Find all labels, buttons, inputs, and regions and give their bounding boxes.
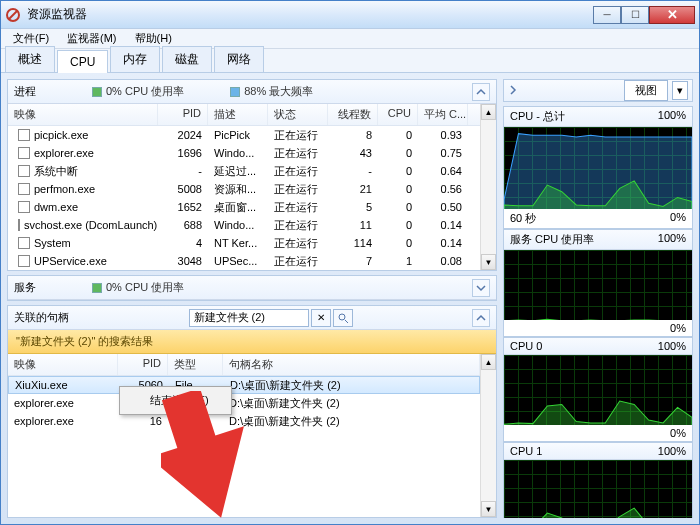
- process-checkbox[interactable]: [18, 147, 30, 159]
- process-checkbox[interactable]: [18, 183, 30, 195]
- graph-title: CPU - 总计: [510, 109, 565, 124]
- tabstrip: 概述 CPU 内存 磁盘 网络: [1, 49, 699, 73]
- tab-memory[interactable]: 内存: [110, 46, 160, 72]
- hcol-type[interactable]: 类型: [168, 354, 223, 375]
- process-row[interactable]: System4NT Ker...正在运行11400.14: [8, 234, 480, 252]
- menubar: 文件(F) 监视器(M) 帮助(H): [1, 29, 699, 49]
- handle-row[interactable]: XiuXiu.exe5060FileD:\桌面\新建文件夹 (2): [8, 376, 480, 394]
- right-collapse-icon[interactable]: [508, 85, 518, 97]
- hcol-name[interactable]: 句柄名称: [223, 354, 480, 375]
- search-clear-button[interactable]: ✕: [311, 309, 331, 327]
- graph-footer-right: 0%: [670, 427, 686, 439]
- handle-row[interactable]: explorer.exe16FileD:\桌面\新建文件夹 (2): [8, 394, 480, 412]
- scroll-down-icon[interactable]: ▼: [481, 501, 496, 517]
- max-freq-swatch: [230, 87, 240, 97]
- tab-overview[interactable]: 概述: [5, 46, 55, 72]
- process-checkbox[interactable]: [18, 201, 30, 213]
- resource-monitor-window: 资源监视器 ─ ☐ ✕ 文件(F) 监视器(M) 帮助(H) 概述 CPU 内存…: [0, 0, 700, 525]
- process-checkbox[interactable]: [18, 165, 30, 177]
- search-icon: [337, 312, 349, 324]
- handles-header[interactable]: 关联的句柄 ✕: [8, 306, 496, 330]
- context-menu: 结束进程(E): [119, 386, 232, 415]
- process-row[interactable]: svchost.exe (DcomLaunch)688Windo...正在运行1…: [8, 216, 480, 234]
- process-checkbox[interactable]: [18, 129, 30, 141]
- view-dropdown-button[interactable]: ▾: [672, 81, 688, 100]
- process-row[interactable]: perfmon.exe5008资源和...正在运行2100.56: [8, 180, 480, 198]
- graph-footer-right: 0%: [670, 322, 686, 334]
- svg-line-3: [345, 320, 348, 323]
- processes-header[interactable]: 进程 0% CPU 使用率 88% 最大频率: [8, 80, 496, 104]
- processes-grid[interactable]: picpick.exe2024PicPick正在运行800.93explorer…: [8, 126, 480, 270]
- cpu-usage-label: 0% CPU 使用率: [106, 84, 184, 99]
- col-pid[interactable]: PID: [158, 104, 208, 125]
- scroll-up-icon[interactable]: ▲: [481, 354, 496, 370]
- services-panel: 服务 0% CPU 使用率: [7, 275, 497, 301]
- col-status[interactable]: 状态: [268, 104, 328, 125]
- col-cpu[interactable]: CPU: [378, 104, 418, 125]
- search-result-banner: "新建文件夹 (2)" 的搜索结果: [8, 330, 496, 354]
- services-cpu-label: 0% CPU 使用率: [106, 280, 184, 295]
- expand-icon[interactable]: [472, 279, 490, 297]
- graph-0: CPU - 总计100%60 秒0%: [503, 106, 693, 229]
- services-cpu-swatch: [92, 283, 102, 293]
- handles-panel: 关联的句柄 ✕ "新建文件夹 (2)" 的搜索结果: [7, 305, 497, 518]
- collapse-icon[interactable]: [472, 83, 490, 101]
- processes-scrollbar[interactable]: ▲ ▼: [480, 104, 496, 270]
- handles-scrollbar[interactable]: ▲ ▼: [480, 354, 496, 517]
- svg-line-1: [9, 11, 17, 19]
- graph-3: CPU 1100%: [503, 442, 693, 518]
- maximize-button[interactable]: ☐: [621, 6, 649, 24]
- graph-pct: 100%: [658, 445, 686, 457]
- scroll-up-icon[interactable]: ▲: [481, 104, 496, 120]
- col-threads[interactable]: 线程数: [328, 104, 378, 125]
- services-header[interactable]: 服务 0% CPU 使用率: [8, 276, 496, 300]
- svg-point-2: [339, 314, 345, 320]
- graph-2: CPU 0100%0%: [503, 337, 693, 442]
- handles-title: 关联的句柄: [14, 310, 69, 325]
- processes-panel: 进程 0% CPU 使用率 88% 最大频率 映像 PID 描述: [7, 79, 497, 271]
- graph-1: 服务 CPU 使用率100%0%: [503, 229, 693, 337]
- processes-title: 进程: [14, 84, 36, 99]
- process-row[interactable]: dwm.exe1652桌面窗...正在运行500.50: [8, 198, 480, 216]
- process-row[interactable]: 系统中断-延迟过...正在运行-00.64: [8, 162, 480, 180]
- handle-row[interactable]: explorer.exe16FileD:\桌面\新建文件夹 (2): [8, 412, 480, 430]
- col-image[interactable]: 映像: [8, 104, 158, 125]
- max-freq-label: 88% 最大频率: [244, 84, 313, 99]
- right-header: 视图 ▾: [503, 79, 693, 102]
- col-avg[interactable]: 平均 C...: [418, 104, 468, 125]
- scroll-down-icon[interactable]: ▼: [481, 254, 496, 270]
- process-row[interactable]: picpick.exe2024PicPick正在运行800.93: [8, 126, 480, 144]
- processes-columns: 映像 PID 描述 状态 线程数 CPU 平均 C...: [8, 104, 480, 126]
- minimize-button[interactable]: ─: [593, 6, 621, 24]
- graph-title: 服务 CPU 使用率: [510, 232, 594, 247]
- process-checkbox[interactable]: [18, 255, 30, 267]
- handles-columns: 映像 PID 类型 句柄名称: [8, 354, 480, 376]
- graphs-container: CPU - 总计100%60 秒0%服务 CPU 使用率100%0%CPU 01…: [503, 106, 693, 518]
- close-button[interactable]: ✕: [649, 6, 695, 24]
- window-title: 资源监视器: [27, 6, 593, 23]
- graph-pct: 100%: [658, 109, 686, 124]
- graph-pct: 100%: [658, 232, 686, 247]
- graph-title: CPU 1: [510, 445, 542, 457]
- handles-grid[interactable]: XiuXiu.exe5060FileD:\桌面\新建文件夹 (2)explore…: [8, 376, 480, 517]
- titlebar[interactable]: 资源监视器 ─ ☐ ✕: [1, 1, 699, 29]
- process-checkbox[interactable]: [18, 237, 30, 249]
- tab-cpu[interactable]: CPU: [57, 50, 108, 73]
- search-go-button[interactable]: [333, 309, 353, 327]
- tab-disk[interactable]: 磁盘: [162, 46, 212, 72]
- handles-collapse-icon[interactable]: [472, 309, 490, 327]
- menu-end-process[interactable]: 结束进程(E): [122, 389, 229, 412]
- graph-title: CPU 0: [510, 340, 542, 352]
- handles-search-input[interactable]: [189, 309, 309, 327]
- services-title: 服务: [14, 280, 36, 295]
- process-row[interactable]: explorer.exe1696Windo...正在运行4300.75: [8, 144, 480, 162]
- process-checkbox[interactable]: [18, 219, 20, 231]
- app-icon: [5, 7, 21, 23]
- view-button[interactable]: 视图: [624, 80, 668, 101]
- process-row[interactable]: UPService.exe3048UPSec...正在运行710.08: [8, 252, 480, 270]
- tab-network[interactable]: 网络: [214, 46, 264, 72]
- hcol-image[interactable]: 映像: [8, 354, 118, 375]
- graph-pct: 100%: [658, 340, 686, 352]
- col-desc[interactable]: 描述: [208, 104, 268, 125]
- hcol-pid[interactable]: PID: [118, 354, 168, 375]
